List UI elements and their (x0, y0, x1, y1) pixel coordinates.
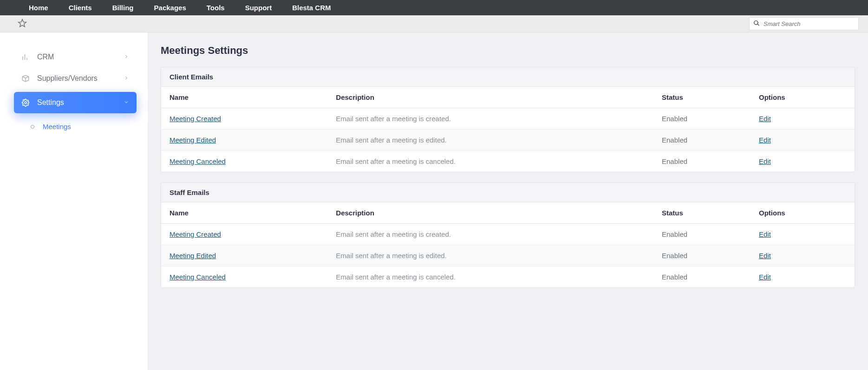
nav-support[interactable]: Support (235, 0, 282, 15)
table-row: Meeting Canceled Email sent after a meet… (161, 266, 855, 288)
panel-client-emails: Client Emails Name Description Status Op… (161, 67, 855, 172)
column-description: Description (327, 202, 653, 224)
nav-blesta-crm[interactable]: Blesta CRM (282, 0, 341, 15)
email-name-link[interactable]: Meeting Canceled (170, 273, 226, 281)
table-row: Meeting Edited Email sent after a meetin… (161, 130, 855, 151)
edit-link[interactable]: Edit (759, 273, 771, 281)
email-status: Enabled (653, 266, 751, 288)
column-status: Status (653, 202, 751, 224)
sidebar-item-label: Settings (37, 98, 64, 107)
chevron-down-icon (124, 98, 129, 107)
column-description: Description (327, 87, 653, 108)
email-description: Email sent after a meeting is edited. (327, 130, 653, 151)
gear-icon (21, 98, 32, 107)
panel-staff-emails: Staff Emails Name Description Status Opt… (161, 182, 855, 288)
nav-clients[interactable]: Clients (59, 0, 102, 15)
nav-billing[interactable]: Billing (102, 0, 144, 15)
email-name-link[interactable]: Meeting Edited (170, 252, 216, 260)
sidebar-item-label: Suppliers/Vendors (37, 74, 98, 83)
edit-link[interactable]: Edit (759, 230, 771, 238)
email-description: Email sent after a meeting is edited. (327, 245, 653, 266)
sidebar-subitem-label: Meetings (43, 123, 71, 130)
panel-header: Client Emails (161, 67, 855, 87)
favorite-star-icon[interactable] (18, 19, 27, 29)
email-description: Email sent after a meeting is created. (327, 224, 653, 245)
nav-packages[interactable]: Packages (144, 0, 196, 15)
sidebar-item-crm[interactable]: CRM (14, 46, 137, 68)
table-row: Meeting Edited Email sent after a meetin… (161, 245, 855, 266)
svg-marker-0 (19, 19, 26, 26)
email-status: Enabled (653, 130, 751, 151)
svg-point-1 (25, 102, 27, 104)
staff-emails-table: Name Description Status Options Meeting … (161, 202, 855, 287)
nav-home[interactable]: Home (19, 0, 59, 15)
column-status: Status (653, 87, 751, 108)
edit-link[interactable]: Edit (759, 136, 771, 144)
search-input[interactable] (764, 20, 855, 27)
edit-link[interactable]: Edit (759, 252, 771, 260)
box-icon (21, 74, 32, 83)
page-title: Meetings Settings (161, 45, 855, 57)
table-row: Meeting Created Email sent after a meeti… (161, 224, 855, 245)
email-name-link[interactable]: Meeting Canceled (170, 157, 226, 165)
column-options: Options (751, 87, 855, 108)
top-nav: Home Clients Billing Packages Tools Supp… (0, 0, 868, 15)
bar-chart-icon (21, 53, 32, 61)
column-name: Name (161, 202, 327, 224)
smart-search[interactable] (749, 17, 859, 30)
email-description: Email sent after a meeting is created. (327, 108, 653, 130)
nav-tools[interactable]: Tools (196, 0, 235, 15)
settings-submenu: Meetings (14, 116, 137, 133)
edit-link[interactable]: Edit (759, 115, 771, 123)
edit-link[interactable]: Edit (759, 157, 771, 165)
chevron-right-icon (124, 53, 129, 61)
email-status: Enabled (653, 151, 751, 172)
search-icon (753, 20, 764, 28)
email-status: Enabled (653, 245, 751, 266)
sidebar-item-suppliers[interactable]: Suppliers/Vendors (14, 68, 137, 89)
email-status: Enabled (653, 108, 751, 130)
email-description: Email sent after a meeting is canceled. (327, 266, 653, 288)
client-emails-table: Name Description Status Options Meeting … (161, 87, 855, 172)
sidebar-item-settings[interactable]: Settings (14, 92, 137, 113)
chevron-right-icon (124, 74, 129, 83)
panel-header: Staff Emails (161, 183, 855, 202)
column-options: Options (751, 202, 855, 224)
email-description: Email sent after a meeting is canceled. (327, 151, 653, 172)
sidebar-item-label: CRM (37, 53, 54, 61)
main-content: Meetings Settings Client Emails Name Des… (148, 32, 868, 370)
column-name: Name (161, 87, 327, 108)
table-row: Meeting Created Email sent after a meeti… (161, 108, 855, 130)
email-name-link[interactable]: Meeting Created (170, 230, 221, 238)
sidebar-subitem-meetings[interactable]: Meetings (31, 120, 137, 133)
sidebar: CRM Suppliers/Vendors Settings (0, 32, 148, 370)
table-row: Meeting Canceled Email sent after a meet… (161, 151, 855, 172)
email-status: Enabled (653, 224, 751, 245)
sub-bar (0, 15, 868, 32)
email-name-link[interactable]: Meeting Edited (170, 136, 216, 144)
email-name-link[interactable]: Meeting Created (170, 115, 221, 123)
